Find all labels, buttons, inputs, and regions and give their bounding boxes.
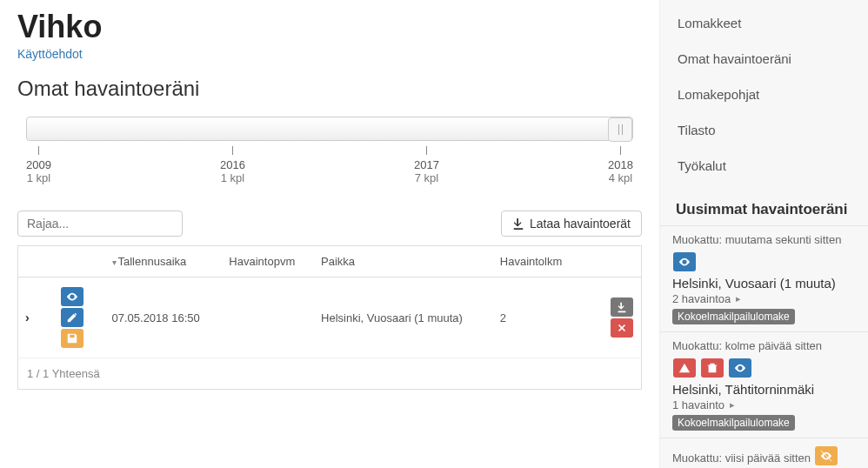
col-saved[interactable]: Tallennusaika bbox=[105, 246, 223, 277]
card-title[interactable]: Helsinki, Vuosaari (1 muuta) bbox=[672, 276, 856, 291]
cell-obsdate bbox=[222, 277, 314, 358]
recent-heading: Uusimmat havaintoeräni bbox=[660, 189, 868, 225]
download-icon[interactable] bbox=[611, 298, 633, 317]
download-button[interactable]: Lataa havaintoerät bbox=[501, 211, 642, 237]
eye-icon[interactable] bbox=[729, 358, 751, 378]
save-icon[interactable] bbox=[61, 329, 83, 348]
recent-card: Muokattu: viisi päivää sitten Helsinki 1… bbox=[660, 438, 868, 468]
partial-icon[interactable] bbox=[815, 446, 838, 465]
recent-card: Muokattu: kolme päivää sitten Helsinki, … bbox=[660, 331, 868, 438]
card-meta: Muokattu: kolme päivää sitten bbox=[672, 339, 856, 352]
timeline-tick[interactable]: 20161 kpl bbox=[220, 146, 245, 184]
recent-card: Muokattu: muutama sekunti sitten Helsink… bbox=[660, 225, 868, 331]
timeline-tick[interactable]: 20177 kpl bbox=[414, 146, 439, 184]
timeline-tick[interactable]: 20184 kpl bbox=[608, 146, 633, 184]
sidebar-item[interactable]: Työkalut bbox=[660, 148, 868, 184]
observations-table: Tallennusaika Havaintopvm Paikka Havaint… bbox=[17, 245, 642, 358]
year-slider-handle[interactable] bbox=[608, 117, 632, 142]
card-meta: Muokattu: muutama sekunti sitten bbox=[672, 233, 856, 246]
table-row: › 07.05.2018 16:50 Helsinki, Vuosaari (1… bbox=[18, 277, 642, 358]
sidebar-item[interactable]: Lomakkeet bbox=[660, 5, 868, 41]
expand-row[interactable]: › bbox=[25, 311, 30, 324]
edit-icon[interactable] bbox=[61, 308, 83, 327]
eye-icon[interactable] bbox=[61, 287, 83, 306]
year-timeline: 20091 kpl20161 kpl20177 kpl20184 kpl bbox=[17, 117, 642, 184]
timeline-tick[interactable]: 20091 kpl bbox=[26, 146, 51, 184]
download-icon bbox=[512, 217, 524, 230]
card-meta: Muokattu: viisi päivää sitten bbox=[672, 445, 856, 466]
cell-count: 2 bbox=[493, 277, 581, 358]
card-tag: Kokoelmakilpailulomake bbox=[672, 309, 795, 324]
warn-icon[interactable] bbox=[673, 358, 696, 378]
sidebar-item[interactable]: Lomakepohjat bbox=[660, 77, 868, 112]
download-button-label: Lataa havaintoerät bbox=[530, 217, 631, 231]
eye-icon[interactable] bbox=[673, 252, 696, 271]
section-title: Omat havaintoeräni bbox=[17, 77, 642, 101]
year-slider-track[interactable] bbox=[26, 117, 633, 141]
col-count[interactable]: Havaintolkm bbox=[493, 246, 581, 277]
sidebar-item[interactable]: Tilasto bbox=[660, 112, 868, 148]
cell-place: Helsinki, Vuosaari (1 muuta) bbox=[314, 277, 493, 358]
card-tag: Kokoelmakilpailulomake bbox=[672, 415, 795, 431]
cell-saved: 07.05.2018 16:50 bbox=[105, 277, 223, 358]
card-sub[interactable]: 1 havainto bbox=[672, 398, 735, 411]
card-sub[interactable]: 2 havaintoa bbox=[672, 292, 741, 305]
filter-input[interactable] bbox=[17, 211, 183, 237]
page-title: Vihko bbox=[17, 9, 642, 45]
terms-link[interactable]: Käyttöehdot bbox=[17, 47, 83, 61]
col-place[interactable]: Paikka bbox=[314, 246, 493, 277]
card-title[interactable]: Helsinki, Tähtitorninmäki bbox=[672, 382, 856, 397]
trash-icon[interactable] bbox=[701, 358, 724, 378]
table-footer: 1 / 1 Yhteensä bbox=[17, 358, 642, 390]
delete-icon[interactable] bbox=[611, 318, 633, 338]
sidebar-item[interactable]: Omat havaintoeräni bbox=[660, 41, 868, 77]
col-obsdate[interactable]: Havaintopvm bbox=[222, 246, 314, 277]
